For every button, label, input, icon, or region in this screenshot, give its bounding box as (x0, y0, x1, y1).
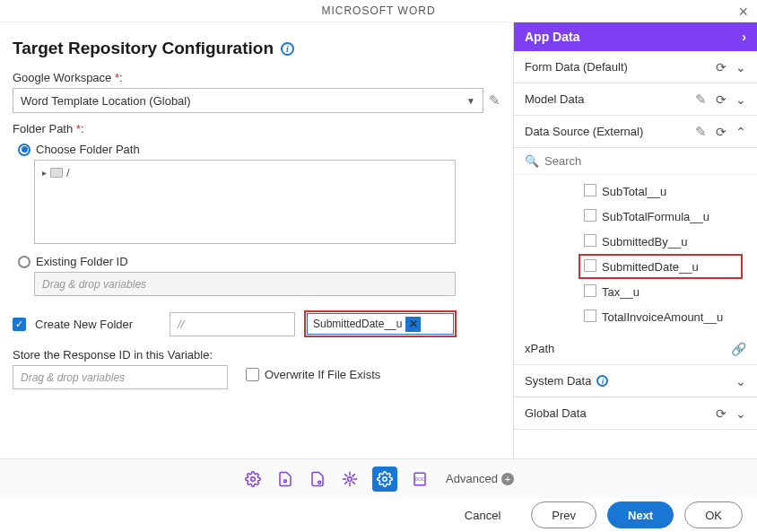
chevron-down-icon[interactable]: ⌄ (735, 60, 746, 74)
plus-icon: + (501, 473, 514, 485)
workspace-value: Word Template Location (Global) (21, 94, 191, 108)
svg-point-2 (318, 481, 321, 484)
svg-text:DOC: DOC (415, 477, 425, 482)
data-item[interactable]: SubTotal__u (514, 179, 757, 204)
edit-icon[interactable]: ✎ (489, 92, 500, 109)
system-data-section[interactable]: System Datai ⌄ (514, 365, 757, 397)
app-data-header[interactable]: App Data › (514, 22, 757, 51)
search-input[interactable] (544, 154, 746, 168)
caret-down-icon: ▼ (466, 96, 475, 106)
model-data-section[interactable]: Model Data ✎ ⟳ ⌄ (514, 83, 757, 116)
gear-icon-2[interactable] (340, 469, 360, 489)
svg-point-1 (284, 479, 287, 482)
path-prefix-input[interactable]: // (170, 312, 295, 336)
overwrite-label: Overwrite If File Exists (265, 368, 380, 381)
edit-icon[interactable]: ✎ (695, 124, 707, 140)
chevron-up-icon[interactable]: ⌃ (735, 125, 746, 139)
dialog-header: MICROSOFT WORD × (0, 0, 757, 22)
ok-button[interactable]: OK (684, 501, 743, 528)
field-icon (586, 186, 596, 196)
chip-label: SubmittedDate__u (313, 318, 402, 330)
data-source-section[interactable]: Data Source (External) ✎ ⟳ ⌃ (514, 116, 757, 148)
refresh-icon[interactable]: ⟳ (716, 125, 727, 139)
create-folder-label: Create New Folder (35, 318, 161, 331)
refresh-icon[interactable]: ⟳ (716, 92, 727, 107)
global-data-section[interactable]: Global Data ⟳ ⌄ (514, 397, 757, 430)
info-icon[interactable]: i (596, 375, 608, 387)
refresh-icon[interactable]: ⟳ (716, 406, 727, 421)
field-icon (586, 236, 596, 247)
file-settings-icon[interactable] (308, 469, 327, 489)
svg-point-3 (348, 476, 352, 481)
workspace-select[interactable]: Word Template Location (Global) ▼ (13, 88, 483, 113)
gear-active-icon[interactable] (372, 467, 397, 492)
variable-chip-container: SubmittedDate__u ✕ (304, 310, 457, 337)
dialog-footer: Cancel Prev Next OK (0, 498, 757, 532)
folder-tree[interactable]: ▸ / (34, 160, 456, 244)
existing-folder-label: Existing Folder ID (36, 255, 128, 268)
tree-root: / (66, 166, 70, 179)
doc-icon[interactable]: DOC (410, 469, 430, 489)
folder-label: Folder Path *: (13, 122, 500, 135)
cancel-button[interactable]: Cancel (445, 501, 520, 528)
choose-folder-label: Choose Folder Path (36, 143, 140, 156)
field-icon (586, 261, 596, 272)
file-gear-icon[interactable] (275, 469, 295, 489)
link-icon[interactable]: 🔗 (731, 342, 746, 356)
data-item[interactable]: Tax__u (514, 279, 757, 304)
create-folder-checkbox[interactable]: ✓ (13, 318, 26, 331)
data-item[interactable]: SubmittedBy__u (514, 229, 757, 254)
overwrite-checkbox-row[interactable]: Overwrite If File Exists (246, 368, 380, 381)
svg-point-4 (383, 476, 387, 481)
data-panel: App Data › Form Data (Default) ⟳ ⌄ Model… (513, 22, 757, 458)
svg-point-0 (251, 476, 256, 481)
advanced-toggle[interactable]: Advanced + (446, 472, 514, 485)
folder-icon (50, 168, 63, 178)
existing-folder-radio[interactable]: Existing Folder ID (18, 255, 500, 268)
search-row: 🔍 (514, 148, 757, 175)
search-icon: 🔍 (525, 154, 539, 168)
chevron-down-icon[interactable]: ⌄ (735, 374, 746, 388)
radio-unchecked-icon (18, 256, 30, 268)
dialog-title: MICROSOFT WORD (321, 4, 435, 17)
refresh-icon[interactable]: ⟳ (716, 60, 727, 74)
data-source-list: SubTotal__u SubTotalFormula__u Submitted… (514, 175, 757, 333)
data-item[interactable]: TotalInvoiceAmount__u (514, 304, 757, 329)
existing-folder-input[interactable]: Drag & drop variables (34, 272, 456, 296)
workspace-label: Google Workspace *: (13, 71, 500, 84)
gear-icon[interactable] (243, 469, 263, 489)
edit-icon[interactable]: ✎ (695, 92, 707, 108)
field-icon (586, 311, 596, 322)
field-icon (586, 211, 596, 222)
next-button[interactable]: Next (607, 501, 674, 528)
chevron-down-icon[interactable]: ⌄ (735, 406, 746, 421)
chip-remove-icon[interactable]: ✕ (405, 317, 421, 332)
tree-expand-icon[interactable]: ▸ (42, 168, 47, 178)
bottom-toolbar: DOC Advanced + (0, 458, 757, 498)
overwrite-checkbox[interactable] (246, 368, 259, 381)
config-pane: Target Repository Configuration i Google… (0, 22, 513, 458)
info-icon[interactable]: i (281, 42, 294, 56)
radio-checked-icon (18, 144, 30, 156)
field-icon (586, 286, 596, 297)
xpath-section[interactable]: xPath 🔗 (514, 333, 757, 365)
store-label: Store the Response ID in this Variable: (13, 348, 228, 362)
chevron-right-icon: › (742, 30, 746, 44)
prev-button[interactable]: Prev (531, 501, 596, 528)
section-title-text: Target Repository Configuration (13, 39, 274, 58)
store-variable-input[interactable]: Drag & drop variables (13, 365, 228, 389)
variable-chip[interactable]: SubmittedDate__u ✕ (307, 313, 454, 335)
data-item[interactable]: SubTotalFormula__u (514, 204, 757, 229)
chevron-down-icon[interactable]: ⌄ (735, 92, 746, 107)
data-item-highlighted[interactable]: SubmittedDate__u (579, 254, 743, 279)
close-icon[interactable]: × (738, 3, 748, 22)
form-data-section[interactable]: Form Data (Default) ⟳ ⌄ (514, 51, 757, 83)
choose-folder-radio[interactable]: Choose Folder Path (18, 143, 500, 156)
section-title: Target Repository Configuration i (13, 39, 500, 58)
